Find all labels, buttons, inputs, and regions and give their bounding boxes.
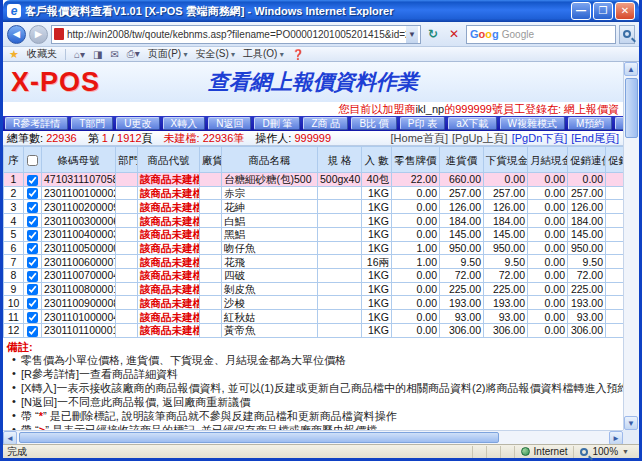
row-cash-price: 93.00 <box>484 310 528 324</box>
row-monthly-price: 0.00 <box>528 310 568 324</box>
zone-label: Internet <box>534 446 568 457</box>
row-status: 該商品未建檔 <box>138 296 200 310</box>
toolbar-button[interactable]: U更改 <box>116 117 159 130</box>
row-checkbox[interactable] <box>27 271 38 282</box>
column-header: 部門 <box>116 147 138 173</box>
select-all-checkbox[interactable] <box>27 155 38 166</box>
address-url[interactable]: http://win2008/tw/qoute/kebnms.asp?filen… <box>67 29 406 40</box>
row-promo-date <box>606 186 624 200</box>
refresh-button[interactable]: ↻ <box>424 25 442 44</box>
zoom-control[interactable]: 100% ▼ <box>573 446 635 458</box>
row-cash-price: 126.00 <box>484 200 528 214</box>
row-barcode: 2301100300006 <box>42 214 116 228</box>
table-row: 42301100300006該商品未建檔白鯧1KG0.00184.00184.0… <box>4 214 624 228</box>
vertical-scroll-thumb[interactable] <box>625 78 638 138</box>
row-checkbox[interactable] <box>27 188 38 199</box>
back-button[interactable]: ◄ <box>7 25 26 44</box>
scroll-right-icon[interactable]: ► <box>609 431 623 444</box>
favorites-label[interactable]: 收藏夹 <box>27 47 57 61</box>
toolbar-button[interactable]: B比 價 <box>351 117 396 130</box>
row-monthly-price: 0.00 <box>528 214 568 228</box>
row-promo-price: 306.00 <box>568 323 606 337</box>
toolbar-button[interactable]: Esc離 <box>615 117 623 130</box>
menu-tools[interactable]: 工具(O) <box>243 47 284 61</box>
toolbar-button[interactable]: N返回 <box>208 117 251 130</box>
print-icon[interactable]: ⎙▾ <box>127 48 140 60</box>
row-retail-price: 0.00 <box>392 296 440 310</box>
row-checkbox[interactable] <box>27 298 38 309</box>
favorites-star-icon[interactable]: ★ <box>9 48 19 61</box>
row-product-name: 吻仔魚 <box>222 241 318 255</box>
row-checkbox-cell <box>24 227 42 241</box>
toolbar-button[interactable]: P印 表 <box>400 117 445 130</box>
page-nav-link[interactable]: [PgDn下頁] <box>512 132 568 144</box>
toolbar-button[interactable]: D刪 筆 <box>254 117 300 130</box>
row-checkbox-cell <box>24 255 42 269</box>
row-qty: 16兩 <box>362 255 392 269</box>
feeds-icon[interactable]: ◨ <box>93 49 102 60</box>
row-checkbox[interactable] <box>27 175 38 186</box>
toolbar-button[interactable]: Z商 品 <box>303 117 348 130</box>
row-status: 該商品未建檔 <box>138 269 200 283</box>
toolbar-button[interactable]: M預約 <box>568 117 612 130</box>
toolbar-button[interactable]: aX下載 <box>448 117 496 130</box>
zoom-dropdown-icon[interactable]: ▼ <box>622 448 629 455</box>
search-box[interactable]: Goog Google <box>466 25 616 44</box>
row-cash-price: 193.00 <box>484 296 528 310</box>
home-icon[interactable]: ⌂▾ <box>74 49 85 60</box>
stop-button[interactable]: ✕ <box>445 25 463 44</box>
web-page: 查看網上報價資料作業 X-POS 您目前以加盟商ikl_np的999999號員工… <box>3 62 623 444</box>
vertical-scrollbar[interactable]: ▲ ▼ <box>623 62 639 444</box>
forward-button[interactable]: ► <box>29 25 48 44</box>
row-barcode: 2301101100001 <box>42 323 116 337</box>
row-checkbox[interactable] <box>27 243 38 254</box>
row-status: 該商品未建檔 <box>138 186 200 200</box>
row-product-name: 赤宗 <box>222 186 318 200</box>
row-product-name: 白鯧 <box>222 214 318 228</box>
row-retail-price: 1.00 <box>392 241 440 255</box>
row-checkbox[interactable] <box>27 312 38 323</box>
row-checkbox[interactable] <box>27 230 38 241</box>
scroll-down-icon[interactable]: ▼ <box>624 416 638 430</box>
row-qty: 1KG <box>362 241 392 255</box>
row-dept <box>116 227 138 241</box>
mail-icon[interactable]: ✉ <box>110 49 118 60</box>
row-spec <box>318 323 362 337</box>
page-title: 查看網上報價資料作業 <box>3 68 623 96</box>
toolbar-button[interactable]: R參考詳情 <box>5 117 68 130</box>
search-go-button[interactable] <box>619 25 635 44</box>
toolbar-button[interactable]: X轉入 <box>163 117 206 130</box>
menu-safety[interactable]: 安全(S) <box>195 47 235 61</box>
minimize-button[interactable]: — <box>571 2 591 20</box>
horizontal-scrollbar[interactable]: ◄ ► <box>3 430 623 444</box>
horizontal-scroll-thumb[interactable] <box>19 432 499 443</box>
status-text: 完成 <box>7 445 472 459</box>
help-icon[interactable]: ❓ <box>292 49 304 60</box>
row-barcode: 2301100700004 <box>42 269 116 283</box>
row-checkbox[interactable] <box>27 257 38 268</box>
row-barcode: 2301100200009 <box>42 200 116 214</box>
row-checkbox[interactable] <box>27 202 38 213</box>
status-segment: 未建檔: 22936筆 <box>164 132 245 144</box>
close-button[interactable]: ✕ <box>615 2 635 20</box>
row-seq: 11 <box>4 310 24 324</box>
row-checkbox-cell <box>24 323 42 337</box>
toolbar-button[interactable]: W複雜模式 <box>500 117 565 130</box>
scroll-left-icon[interactable]: ◄ <box>3 431 17 444</box>
menu-page[interactable]: 页面(P) <box>148 47 188 61</box>
page-nav-link[interactable]: [End尾頁] <box>571 132 619 144</box>
page-nav-link[interactable]: [PgUp上頁] <box>452 132 508 144</box>
address-bar[interactable]: http://win2008/tw/qoute/kebnms.asp?filen… <box>51 25 421 44</box>
row-promo-price: 193.00 <box>568 296 606 310</box>
status-segment: 999999 <box>294 132 331 144</box>
row-checkbox[interactable] <box>27 216 38 227</box>
row-qty: 1KG <box>362 269 392 283</box>
row-checkbox[interactable] <box>27 326 38 337</box>
row-checkbox[interactable] <box>27 284 38 295</box>
row-factory-no <box>200 310 222 324</box>
maximize-button[interactable]: ❐ <box>593 2 613 20</box>
scroll-up-icon[interactable]: ▲ <box>624 62 638 76</box>
address-dropdown-icon[interactable]: ▼ <box>406 26 418 43</box>
toolbar-button[interactable]: T部門 <box>71 117 113 130</box>
page-nav-link[interactable]: [Home首頁] <box>391 132 448 144</box>
